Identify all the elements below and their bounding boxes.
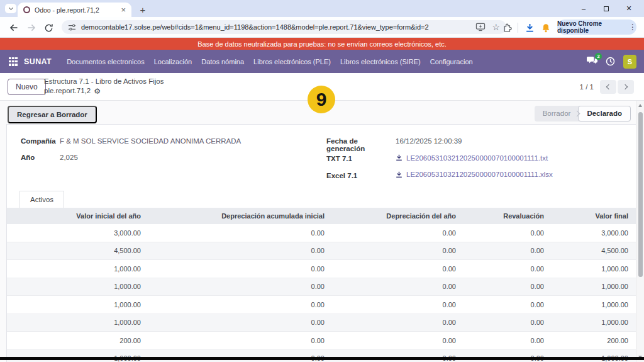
navbar-right: 2 S: [587, 55, 636, 69]
new-record-button[interactable]: Nuevo: [8, 79, 46, 95]
user-avatar[interactable]: S: [623, 55, 636, 69]
tab-list-chevron-button[interactable]: [5, 4, 16, 13]
settings-gear-icon[interactable]: ⚙: [94, 88, 101, 95]
scroll-up-arrow-icon[interactable]: [638, 104, 642, 107]
browser-tabstrip: Odoo - ple.report.71,2 × + – ✕: [0, 0, 644, 17]
table-cell: 1,000.00: [7, 265, 147, 273]
table-cell: 1,000.00: [550, 265, 636, 273]
nav-item-documentos-electronicos[interactable]: Documentos electronicos: [67, 58, 145, 65]
window-controls: – ✕: [572, 0, 640, 17]
browser-menu-icon[interactable]: ⋮: [629, 23, 636, 31]
nav-item-datos-n-mina[interactable]: Datos nómina: [201, 58, 244, 65]
activities-button[interactable]: [606, 57, 615, 66]
field-group-left: Compañía F & M SOL SERVICE SOCIEDAD ANON…: [21, 137, 291, 170]
table-cell: 1,000.00: [7, 301, 147, 308]
banner-text: Base de datos neutralizada para pruebas:…: [197, 40, 447, 48]
extensions-icon[interactable]: [502, 23, 512, 33]
stage-declarado[interactable]: Declarado: [578, 106, 631, 122]
table-cell: 0.00: [147, 319, 331, 326]
reload-button[interactable]: [43, 23, 53, 33]
field-value-fecha-generacion: 16/12/2025 12:00:39: [396, 137, 462, 145]
table-row[interactable]: 200.000.000.000.00200.00: [7, 332, 636, 350]
table-cell: 1,000.00: [7, 319, 147, 326]
column-header[interactable]: Depreciación del año: [331, 212, 462, 220]
chevron-down-icon: [8, 6, 13, 10]
toolbar-separator: [518, 23, 518, 33]
table-row[interactable]: 1,000.000.000.000.001,000.00: [7, 278, 636, 297]
pager-previous-button[interactable]: [600, 80, 616, 94]
table-cell: 0.00: [331, 319, 462, 326]
table-cell: 4,500.00: [7, 247, 147, 254]
table-cell: 0.00: [331, 229, 462, 237]
annotation-marker-9: 9: [308, 86, 335, 113]
txt-download-link[interactable]: LE2060531032120250000070100001111.txt: [396, 154, 548, 162]
nav-item-localizaci-n[interactable]: Localización: [154, 58, 192, 65]
messages-button[interactable]: 2: [587, 56, 597, 67]
window-minimize-button[interactable]: –: [572, 5, 595, 13]
txt-filename: LE2060531032120250000070100001111.txt: [406, 154, 548, 162]
downloads-icon[interactable]: [525, 23, 535, 33]
table-cell: 0.00: [147, 301, 331, 308]
table-cell: 4,500.00: [550, 247, 636, 254]
chrome-update-button[interactable]: Nuevo Chrome disponible ⋮: [557, 20, 636, 35]
column-header[interactable]: Valor inicial del año: [7, 212, 147, 220]
stage-borrador[interactable]: Borrador: [535, 106, 579, 122]
scrollbar-thumb[interactable]: [638, 112, 643, 277]
chevron-left-icon: [606, 84, 611, 89]
back-to-draft-button[interactable]: Regresar a Borrador: [8, 106, 97, 123]
window-close-button[interactable]: ✕: [618, 4, 640, 13]
field-label-compania: Compañía: [21, 137, 60, 145]
address-bar[interactable]: democontable17.solse.pe/web#cids=1&menu_…: [62, 20, 506, 34]
nav-item-libros-electr-nicos-sire[interactable]: Libros electrónicos (SIRE): [340, 58, 421, 65]
odoo-navbar: SUNAT Documentos electronicosLocalizació…: [0, 50, 644, 73]
table-cell: 0.00: [462, 319, 550, 326]
chevron-right-icon: [623, 84, 628, 89]
install-app-icon[interactable]: [475, 23, 486, 31]
table-cell: 0.00: [462, 229, 550, 237]
table-row[interactable]: 1,000.000.000.000.001,000.00: [7, 350, 636, 362]
form-sheet: Compañía F & M SOL SERVICE SOCIEDAD ANON…: [6, 124, 636, 362]
pager-next-button[interactable]: [618, 80, 634, 94]
table-row[interactable]: 4,500.000.000.000.004,500.00: [7, 242, 636, 261]
table-cell: 0.00: [147, 337, 331, 344]
neutralized-banner: Base de datos neutralizada para pruebas:…: [0, 38, 644, 50]
field-label-txt: TXT 7.1: [326, 155, 396, 162]
notification-bell-icon[interactable]: [541, 23, 551, 33]
tab-activos[interactable]: Activos: [19, 191, 64, 208]
table-cell: 1,000.00: [550, 301, 636, 308]
app-brand-sunat[interactable]: SUNAT: [24, 57, 52, 66]
table-row[interactable]: 3,000.000.000.000.003,000.00: [7, 224, 636, 242]
message-count-badge: 2: [595, 53, 602, 60]
site-settings-icon[interactable]: [68, 23, 76, 31]
column-header[interactable]: Revaluación: [462, 212, 550, 220]
nav-item-configuracion[interactable]: Configuracion: [430, 58, 473, 65]
column-header[interactable]: Valor final: [550, 212, 636, 220]
window-restore-button[interactable]: [595, 5, 618, 13]
field-label-fecha-generacion: Fecha de generación: [326, 137, 396, 152]
column-header[interactable]: Depreciación acumulada inicial: [147, 212, 331, 220]
vertical-scrollbar[interactable]: [636, 101, 644, 362]
excel-filename: LE2060531032120250000070100001111.xlsx: [406, 171, 553, 178]
field-value-compania[interactable]: F & M SOL SERVICE SOCIEDAD ANONIMA CERRA…: [60, 137, 241, 145]
table-cell: 0.00: [462, 247, 550, 254]
excel-download-link[interactable]: LE2060531032120250000070100001111.xlsx: [396, 171, 553, 178]
table-cell: 0.00: [331, 265, 462, 273]
forward-arrow-icon: [26, 23, 36, 33]
table-row[interactable]: 1,000.000.000.000.001,000.00: [7, 314, 636, 332]
new-tab-button[interactable]: +: [136, 3, 150, 16]
table-row[interactable]: 1,000.000.000.000.001,000.00: [7, 260, 636, 278]
nav-item-libros-electr-nicos-ple[interactable]: Libros electrónicos (PLE): [253, 58, 331, 65]
field-value-anio[interactable]: 2,025: [60, 154, 78, 161]
tab-title: Odoo - ple.report.71,2: [35, 6, 118, 14]
table-row[interactable]: 1,000.000.000.000.001,000.00: [7, 296, 636, 314]
field-label-anio: Año: [21, 154, 60, 161]
browser-tab[interactable]: Odoo - ple.report.71,2 ×: [18, 3, 131, 17]
breadcrumb-parent[interactable]: Estructura 7.1 - Libro de Activos Fijos: [44, 77, 164, 86]
forward-button[interactable]: [26, 23, 36, 33]
table-cell: 0.00: [462, 265, 550, 273]
back-button[interactable]: [9, 23, 19, 33]
bookmark-star-icon[interactable]: ☆: [492, 23, 500, 31]
url-text: democontable17.solse.pe/web#cids=1&menu_…: [81, 23, 475, 31]
apps-menu-icon[interactable]: [9, 57, 18, 66]
tab-close-icon[interactable]: ×: [121, 6, 126, 14]
